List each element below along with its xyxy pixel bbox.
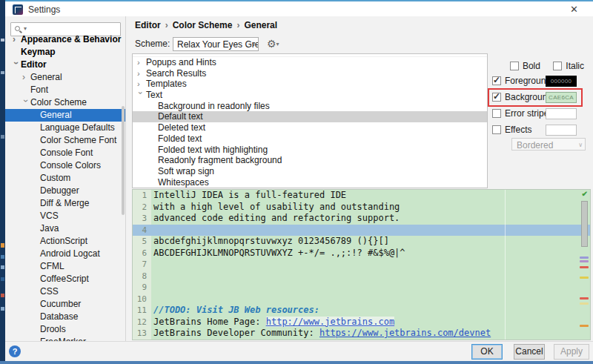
sidebar-item-general[interactable]: ›General bbox=[5, 71, 125, 84]
foreground-checkbox[interactable] bbox=[492, 76, 501, 85]
sidebar-item-vcs[interactable]: VCS bbox=[5, 210, 125, 222]
sidebar-item-editor[interactable]: ›Editor bbox=[5, 59, 125, 71]
bold-option[interactable]: Bold bbox=[510, 61, 543, 71]
search-icon bbox=[15, 26, 20, 31]
background-checkbox[interactable] bbox=[492, 93, 501, 102]
attribute-row-foreground: Foreground000000 bbox=[492, 76, 587, 88]
chevron-right-icon[interactable]: › bbox=[22, 71, 30, 84]
option-item-folded-text-with-highlighting[interactable]: Folded text with highlighting bbox=[133, 145, 487, 156]
sidebar-item-general[interactable]: General bbox=[5, 109, 125, 122]
editor-line-1[interactable]: 1IntelliJ IDEA is a full-featured IDE bbox=[133, 190, 590, 202]
option-item-search-results[interactable]: ›Search Results bbox=[133, 68, 487, 79]
editor-line-4[interactable]: 4 bbox=[133, 225, 590, 236]
sidebar-item-coffeescript[interactable]: CoffeeScript bbox=[5, 273, 125, 285]
effects-checkbox[interactable] bbox=[492, 125, 501, 134]
sidebar-item-console-font[interactable]: Console Font bbox=[5, 147, 125, 159]
sidebar-item-java[interactable]: Java bbox=[5, 222, 125, 235]
bold-checkbox[interactable] bbox=[510, 62, 519, 70]
error-stripe-mark bbox=[580, 302, 589, 305]
sidebar-item-actionscript[interactable]: ActionScript bbox=[5, 235, 125, 248]
chevron-down-icon[interactable]: › bbox=[10, 62, 22, 70]
scheme-actions-button[interactable]: ⚙▾ bbox=[267, 38, 279, 50]
editor-line-7[interactable]: 7 bbox=[133, 259, 590, 271]
editor-line-6[interactable]: 6ABCDEFGHIJKLMNOPQRSTUVWXYZ +-*/= .,;:!?… bbox=[133, 248, 590, 259]
color-options-list: ›Popups and Hints›Search Results›Templat… bbox=[132, 53, 488, 188]
option-item-deleted-text[interactable]: Deleted text bbox=[133, 122, 487, 133]
chevron-right-icon[interactable]: › bbox=[137, 57, 146, 68]
option-item-popups-and-hints[interactable]: ›Popups and Hints bbox=[133, 57, 487, 68]
sidebar-item-font[interactable]: Font bbox=[5, 84, 125, 96]
line-text: ABCDEFGHIJKLMNOPQRSTUVWXYZ +-*/= .,;:!? … bbox=[151, 248, 590, 259]
editor-line-13[interactable]: 13JetBrains Developer Community: https:/… bbox=[133, 328, 590, 340]
sidebar-item-freemarker[interactable]: FreeMarker bbox=[5, 336, 125, 341]
editor-line-3[interactable]: 3advanced code editing and refactoring s… bbox=[133, 213, 590, 225]
option-item-templates[interactable]: ›Templates bbox=[133, 79, 487, 90]
breadcrumb-item-color-scheme[interactable]: Color Scheme bbox=[173, 20, 233, 30]
chevron-right-icon[interactable]: › bbox=[137, 79, 146, 90]
error-stripe-mark-color-swatch[interactable] bbox=[546, 108, 577, 119]
ok-button[interactable]: OK bbox=[471, 344, 503, 360]
option-item-whitespaces[interactable]: Whitespaces bbox=[133, 177, 487, 188]
hyperlink-text[interactable]: http://www.jetbrains.com bbox=[266, 317, 394, 327]
breadcrumb-item-editor[interactable]: Editor bbox=[135, 20, 161, 30]
sidebar-item-color-scheme[interactable]: ›Color Scheme bbox=[5, 96, 125, 109]
sidebar-item-debugger[interactable]: Debugger bbox=[5, 185, 125, 197]
effects-type-select[interactable]: Bordered ∨ bbox=[511, 138, 586, 150]
option-item-text[interactable]: ›Text bbox=[133, 90, 487, 101]
sidebar-item-android-logcat[interactable]: Android Logcat bbox=[5, 248, 125, 260]
breadcrumb-item-general[interactable]: General bbox=[244, 20, 277, 30]
option-item-label: Deleted text bbox=[158, 122, 205, 133]
search-filter-dropdown-icon[interactable]: ▾ bbox=[24, 25, 27, 32]
main-pane: Editor›Color Scheme›General Scheme: Rela… bbox=[126, 16, 593, 341]
intellij-logo-icon bbox=[13, 4, 23, 15]
sidebar-item-cfml[interactable]: CFML bbox=[5, 260, 125, 273]
sidebar-item-console-colors[interactable]: Console Colors bbox=[5, 159, 125, 172]
cancel-button[interactable]: Cancel bbox=[514, 344, 545, 360]
line-number: 8 bbox=[133, 271, 151, 282]
option-item-folded-text[interactable]: Folded text bbox=[133, 133, 487, 145]
sidebar-item-color-scheme-font[interactable]: Color Scheme Font bbox=[5, 134, 125, 147]
editor-line-10[interactable]: 10 bbox=[133, 294, 590, 305]
error-stripe-mark-checkbox[interactable] bbox=[492, 109, 501, 118]
italic-option[interactable]: Italic bbox=[553, 61, 584, 71]
option-item-background-in-readonly-files[interactable]: Background in readonly files bbox=[133, 101, 487, 112]
option-item-label: Search Results bbox=[146, 68, 206, 79]
editor-line-12[interactable]: 12JetBrains Home Page: http://www.jetbra… bbox=[133, 317, 590, 328]
editor-line-9[interactable]: 9 bbox=[133, 282, 590, 294]
option-item-readonly-fragment-background[interactable]: Readonly fragment background bbox=[133, 155, 487, 166]
option-item-default-text[interactable]: Default text bbox=[133, 111, 487, 122]
sidebar-item-cucumber[interactable]: Cucumber bbox=[5, 298, 125, 311]
line-number: 11 bbox=[133, 305, 151, 317]
sidebar-item-appearance-behavior[interactable]: ›Appearance & Behavior bbox=[5, 33, 125, 46]
chevron-down-icon[interactable]: › bbox=[19, 99, 32, 107]
right-margin-guide bbox=[505, 190, 506, 340]
sidebar-scrollbar[interactable] bbox=[122, 106, 125, 215]
sidebar-item-language-defaults[interactable]: Language Defaults bbox=[5, 122, 125, 134]
help-button[interactable]: ? bbox=[9, 345, 21, 357]
apply-button[interactable]: Apply bbox=[554, 344, 589, 360]
sidebar-item-css[interactable]: CSS bbox=[5, 285, 125, 298]
editor-scrollbar[interactable] bbox=[581, 201, 588, 247]
option-item-soft-wrap-sign[interactable]: Soft wrap sign bbox=[133, 166, 487, 177]
editor-line-8[interactable]: 8 bbox=[133, 271, 590, 282]
effects-color-swatch[interactable] bbox=[546, 125, 577, 136]
editor-line-11[interactable]: 11//TODO: Visit JB Web resources: bbox=[133, 305, 590, 317]
sidebar-item-custom[interactable]: Custom bbox=[5, 172, 125, 185]
scheme-select[interactable]: Relax Your Eyes Green ∨ bbox=[173, 37, 259, 51]
chevron-right-icon[interactable]: › bbox=[137, 68, 146, 79]
chevron-down-icon[interactable]: › bbox=[136, 92, 147, 101]
option-item-label: Default text bbox=[158, 111, 203, 122]
sidebar-item-database[interactable]: Database bbox=[5, 311, 125, 323]
close-icon[interactable]: ✕ bbox=[570, 4, 578, 15]
hyperlink-text[interactable]: https://www.jetbrains.com/devnet bbox=[319, 328, 491, 338]
sidebar-item-label: Custom bbox=[40, 173, 70, 183]
editor-line-2[interactable]: 2with a high level of usability and outs… bbox=[133, 202, 590, 214]
background-color-swatch[interactable]: CAE6CA bbox=[546, 92, 577, 103]
sidebar-item-keymap[interactable]: Keymap bbox=[5, 46, 125, 59]
sidebar-item-diff-merge[interactable]: Diff & Merge bbox=[5, 197, 125, 210]
editor-line-5[interactable]: 5abcdefghijklmnopqrstuvwxyz 0123456789 (… bbox=[133, 236, 590, 248]
sidebar-item-drools[interactable]: Drools bbox=[5, 323, 125, 336]
italic-checkbox[interactable] bbox=[553, 62, 562, 70]
chevron-right-icon[interactable]: › bbox=[13, 33, 21, 46]
foreground-color-swatch[interactable]: 000000 bbox=[546, 76, 577, 87]
